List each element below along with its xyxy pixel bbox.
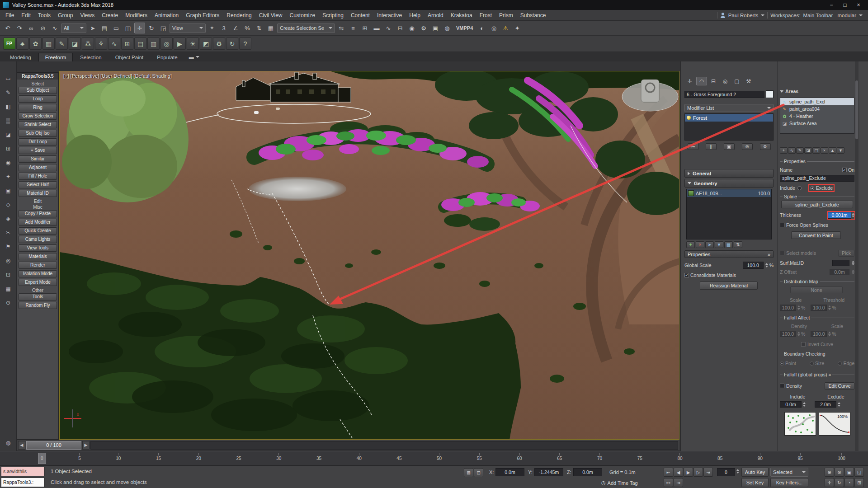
object-name-field[interactable]: 6 - Grass Foreground 2	[684, 91, 764, 98]
set-key-button[interactable]: Set Key	[741, 478, 769, 487]
zoom-all-icon[interactable]: ⊛	[835, 468, 844, 477]
paint-area-icon[interactable]: ⚘	[95, 38, 107, 50]
help-icon[interactable]: ?	[239, 38, 251, 50]
menu-item[interactable]: Scripting	[319, 10, 347, 20]
star-tool-icon[interactable]: ✦	[3, 172, 13, 181]
ribbon-tab[interactable]: Freeform	[38, 53, 73, 61]
pick-button[interactable]: Pick	[838, 250, 854, 257]
close-button[interactable]: ×	[852, 0, 865, 10]
motion-tab-icon[interactable]: ◎	[720, 77, 731, 85]
fg-exclude-field[interactable]: 2.0m	[815, 401, 836, 408]
grid-array-icon[interactable]: ⊞	[121, 38, 133, 50]
spinner[interactable]	[736, 469, 739, 474]
z-offset-field[interactable]: 0.0m	[830, 269, 849, 275]
select-and-scale-icon[interactable]: ◲	[158, 23, 169, 33]
areas-list[interactable]: ∿ spline_path_Excl ✎ paint_area004 ✿ 4 -…	[780, 98, 854, 134]
modifier-list-dropdown[interactable]: Modifier List	[684, 104, 774, 112]
rappatools-item[interactable]: Ring	[19, 104, 57, 111]
menu-item[interactable]: Create	[98, 10, 122, 20]
forest-flower-icon[interactable]: ✿	[29, 38, 42, 50]
object-color-swatch[interactable]	[766, 90, 774, 98]
flag-tool-icon[interactable]: ⚑	[3, 242, 13, 251]
menu-item[interactable]: Substance	[517, 10, 550, 20]
forest-object-icon[interactable]: ♣	[16, 38, 28, 50]
gem-tool-icon[interactable]: ◈	[3, 214, 13, 223]
selection-lock-icon[interactable]: ⊠	[464, 468, 473, 477]
remove-modifier-icon[interactable]: ⊗	[742, 143, 753, 150]
spinner[interactable]	[828, 305, 831, 310]
undo-icon[interactable]: ↶	[2, 23, 13, 33]
include-radio[interactable]	[797, 186, 802, 190]
spinner[interactable]	[765, 263, 768, 267]
ribbon-tab[interactable]: Selection	[74, 53, 108, 61]
y-coordinate-field[interactable]: -1.2445m	[534, 468, 563, 476]
forest-edit-icon[interactable]: ✎	[56, 38, 68, 50]
menu-item[interactable]: Frost	[476, 10, 495, 20]
modifier-enabled-icon[interactable]	[687, 116, 691, 120]
list-view-icon[interactable]: ▤	[134, 38, 146, 50]
rappatools-item[interactable]: Quick Create	[19, 227, 57, 235]
camera-view-icon[interactable]: ◎	[160, 38, 173, 50]
menu-item[interactable]: Modifiers	[122, 10, 151, 20]
minimize-button[interactable]: −	[825, 0, 838, 10]
make-unique-icon[interactable]: ▣	[724, 143, 735, 150]
rappatools-item[interactable]: Expert Mode	[19, 279, 57, 286]
add-area-icon[interactable]: +	[780, 147, 788, 154]
pattern-tool-icon[interactable]: ▒	[3, 116, 13, 125]
rendered-frame-icon[interactable]: ▣	[430, 23, 441, 33]
curve-editor-icon[interactable]: ∿	[383, 23, 394, 33]
rappatools-item[interactable]: Render	[19, 262, 57, 269]
redo-icon[interactable]: ↷	[14, 23, 25, 33]
previous-frame-icon[interactable]: ◀	[674, 468, 683, 477]
forest-surface-icon[interactable]: ◪	[69, 38, 81, 50]
add-time-tag[interactable]: ◷ Add Time Tag	[601, 480, 638, 486]
area-list-item[interactable]: ✎ paint_area004	[780, 105, 854, 113]
pin-tool-icon[interactable]: ⊡	[3, 270, 13, 279]
rappatools-item[interactable]: Tools	[19, 293, 57, 300]
add-object-area-icon[interactable]: ▢	[812, 147, 820, 154]
thickness-control[interactable]: 0.001m	[828, 212, 854, 219]
unlink-selection-icon[interactable]: ⊘	[38, 23, 48, 33]
menu-item[interactable]: Animation	[151, 10, 182, 20]
pick-in-scene-icon[interactable]: ➤	[705, 241, 714, 248]
play-icon[interactable]: ▶	[684, 468, 693, 477]
spline-pick-button[interactable]: spline_path_Exclude	[781, 201, 853, 208]
rappatools-item[interactable]: Select Half	[19, 181, 57, 188]
selection-filter-dropdown[interactable]: All	[61, 23, 86, 33]
move-area-down-icon[interactable]: ▼	[837, 147, 844, 154]
fg-density-checkbox[interactable]	[780, 384, 784, 388]
spinner[interactable]	[838, 402, 840, 407]
rappatools-item[interactable]: Copy / Paste	[19, 210, 57, 217]
distribution-map-button[interactable]: None	[790, 286, 843, 293]
create-tab-icon[interactable]: ✛	[684, 77, 695, 85]
dot-tool-icon[interactable]: ⊙	[3, 298, 13, 307]
spinner[interactable]	[852, 270, 854, 274]
schematic-view-icon[interactable]: ⊟	[395, 23, 406, 33]
configure-modifier-sets-icon[interactable]: ⚙	[760, 143, 771, 150]
spinner[interactable]	[828, 332, 831, 336]
select-and-rotate-icon[interactable]: ↻	[146, 23, 157, 33]
time-slider-track[interactable]	[90, 441, 678, 450]
rappatools-item[interactable]: Random Fly	[19, 302, 57, 309]
falloff-curve-thumbnail[interactable]: 100%	[819, 412, 850, 436]
go-to-start-icon[interactable]: ⇤	[664, 468, 673, 477]
spinner[interactable]	[797, 305, 800, 310]
pin-stack-icon[interactable]: ⊶	[688, 143, 698, 150]
consolidate-checkbox[interactable]: ✓	[684, 273, 689, 277]
on-checkbox[interactable]: ✓ On	[842, 167, 854, 173]
maximize-viewport-icon[interactable]: ⊞	[854, 478, 864, 487]
rappatools-item[interactable]: View Tools	[19, 244, 57, 252]
exclude-option[interactable]: Exclude	[809, 185, 834, 191]
spinner[interactable]	[797, 332, 800, 336]
light-icon[interactable]: ☀	[187, 38, 199, 50]
add-paint-area-icon[interactable]: ✎	[796, 147, 804, 154]
mini-listener-icon[interactable]: ◍	[3, 438, 13, 447]
area-list-item[interactable]: ✿ 4 - Heather	[780, 113, 854, 120]
macro-recorder-field[interactable]: s.arwidthlis	[1, 467, 45, 476]
select-and-link-icon[interactable]: ∞	[26, 23, 37, 33]
rappatools-item[interactable]: Sub Obj Iso	[19, 130, 57, 137]
size-radio-option[interactable]: Size	[810, 361, 824, 366]
ribbon-tab[interactable]: Object Paint	[109, 53, 150, 61]
snap-3d-icon[interactable]: 3	[218, 23, 229, 33]
go-to-end-icon[interactable]: ⇥	[703, 468, 713, 477]
